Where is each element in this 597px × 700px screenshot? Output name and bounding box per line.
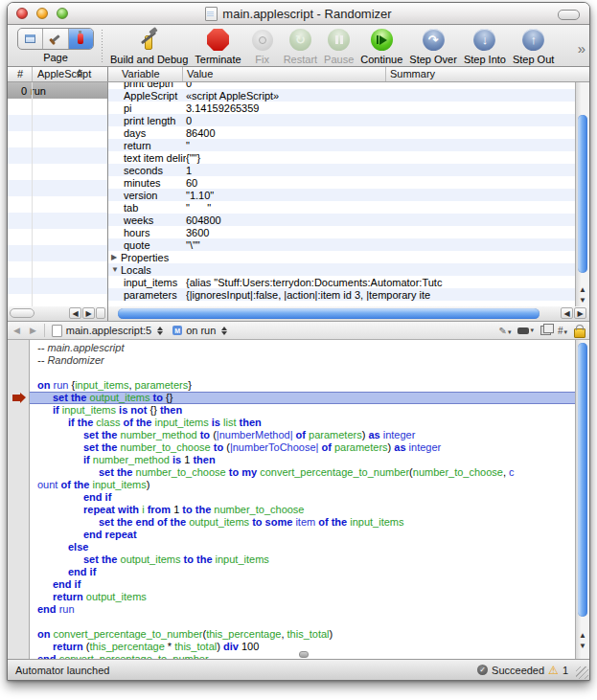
code-line[interactable]: if input_items is not {} then [30,404,575,417]
scrollbar-thumb[interactable] [118,308,540,319]
code-line[interactable]: -- Randomizer [30,354,575,367]
scroll-down-arrow[interactable]: ▼ [579,295,586,305]
scroll-up-arrow[interactable]: ▲ [579,284,586,295]
column-header-stack[interactable]: AppleScript [37,68,91,79]
toolbar-button-step-over[interactable]: ↷Step Over [409,28,457,65]
execution-pointer-icon[interactable] [12,395,20,401]
variable-row[interactable]: AppleScript«script AppleScript» [108,89,575,102]
minimize-button[interactable] [36,8,48,19]
code-line[interactable]: end if [30,491,575,504]
code-line[interactable]: end if [30,566,575,578]
toolbar-overflow-chevron[interactable]: » [578,40,586,56]
variable-row[interactable]: minutes60 [108,176,575,189]
variable-row[interactable]: quote"\"" [108,238,575,251]
disclosure-expanded-icon[interactable]: ▼ [111,265,119,274]
scrollbar-thumb[interactable] [578,343,587,617]
warning-count[interactable]: 1 [563,665,568,676]
split-handle[interactable] [299,651,309,658]
variable-row[interactable]: ▶Properties [108,251,575,263]
scroll-right-arrow[interactable]: ▶ [574,307,586,319]
counterpart-button[interactable] [540,326,551,335]
code-line[interactable]: -- main.applescript [30,342,575,354]
close-button[interactable] [16,8,28,19]
code-line[interactable]: ount of the input_items) [30,479,575,491]
zoom-button[interactable] [57,8,68,19]
code-line[interactable] [30,367,575,379]
variable-row[interactable]: pi3.14159265359 [108,102,575,114]
variable-row[interactable]: tab" " [108,201,575,214]
edit-menu-button[interactable]: ✎▾ [499,326,512,336]
scroll-left-arrow[interactable]: ◀ [561,307,573,319]
toolbar-button-terminate[interactable]: Terminate [195,28,241,65]
code-line[interactable]: end repeat [30,529,575,541]
file-popup[interactable]: main.applescript:5 [49,325,166,337]
code-line[interactable]: if the class of the input_items is list … [30,417,575,429]
segment-build[interactable] [43,29,68,49]
column-header-num[interactable]: # [17,68,23,79]
code-line[interactable]: else [30,541,575,553]
build-result-label[interactable]: Succeeded [492,665,544,676]
bookmark-menu-button[interactable]: ▾ [517,327,534,334]
code-editor[interactable]: -- main.applescript-- Randomizeron run {… [8,340,589,659]
variable-row[interactable]: return" [108,139,575,151]
warning-icon[interactable]: ⚠ [548,664,559,677]
variable-row[interactable]: text item delimi{""} [108,151,575,164]
variable-row[interactable]: ▼Locals [108,263,575,276]
scrollbar-thumb[interactable] [10,308,34,318]
scroll-down-arrow[interactable]: ▼ [579,641,586,651]
code-line[interactable]: set the end of the output_items to some … [30,516,575,529]
title-bar[interactable]: main.applescript - Randomizer [8,3,589,25]
stack-row[interactable]: 0run [8,82,107,99]
editor-vertical-scrollbar[interactable]: ▲ ▼ [575,340,589,659]
column-header-summary[interactable]: Summary [390,68,435,79]
build-succeeded-icon[interactable]: ✓ [477,665,488,675]
code-line[interactable]: if number_method is 1 then [30,454,575,466]
history-back-icon[interactable]: ◀ [13,326,24,335]
code-line[interactable]: return output_items [30,591,575,603]
toolbar-toggle-button[interactable] [558,10,580,20]
code-line[interactable]: set the number_to_choose to my convert_p… [30,466,575,479]
variable-row[interactable]: weeks604800 [108,214,575,226]
code-line[interactable]: set the output_items to the input_items [30,553,575,566]
sort-indicator-icon[interactable] [77,69,82,78]
toolbar-button-step-out[interactable]: ↑Step Out [513,28,554,65]
variable-row[interactable]: version"1.10" [108,189,575,201]
issues-menu-button[interactable]: #▾ [558,326,567,336]
variable-row[interactable]: print depth0 [108,82,575,89]
code-line[interactable]: repeat with i from 1 to the number_to_ch… [30,504,575,516]
code-line[interactable]: end run [30,603,575,616]
variable-row[interactable]: parameters{|ignoresInput|:false, |action… [108,288,575,301]
variable-row[interactable]: hours3600 [108,226,575,238]
history-forward-icon[interactable]: ▶ [30,326,40,335]
resize-grip[interactable] [576,666,588,679]
variable-row[interactable]: print length0 [108,114,575,126]
code-line[interactable]: on run {input_items, parameters} [30,379,575,392]
scroll-left-arrow[interactable]: ◀ [69,307,81,319]
lock-icon[interactable] [574,328,586,338]
pane-splitter-button[interactable] [96,307,105,319]
scrollbar-thumb[interactable] [578,115,587,273]
segment-editor[interactable] [18,29,43,49]
toolbar-button-step-into[interactable]: ↓Step Into [464,28,506,65]
scope-popup[interactable]: M on run [170,325,230,336]
scroll-right-arrow[interactable]: ▶ [82,307,95,319]
column-header-variable[interactable]: Variable [122,68,160,79]
code-line[interactable]: set the number_method to (|numberMethod|… [30,429,575,441]
variables-vertical-scrollbar[interactable]: ▲ ▼ [575,82,589,306]
current-execution-line[interactable]: set the output_items to {} [30,392,575,404]
segment-debug[interactable] [69,29,93,49]
code-line[interactable]: end if [30,578,575,591]
variable-row[interactable]: days86400 [108,126,575,139]
toolbar-button-continue[interactable]: Continue [360,28,402,65]
code-line[interactable] [30,616,575,628]
code-line[interactable]: set the number_to_choose to (|numberToCh… [30,441,575,454]
stack-horizontal-scrollbar[interactable]: ◀ ▶ [8,306,108,321]
variables-horizontal-scrollbar[interactable]: ◀ ▶ [108,306,589,321]
variable-row[interactable]: seconds1 [108,164,575,176]
variable-row[interactable]: input_items{alias "Stuff:Users:terrydon:… [108,276,575,288]
toolbar-button-build-and-debug[interactable]: Build and Debug [110,28,188,65]
code-line[interactable]: on convert_percentage_to_number(this_per… [30,628,575,641]
scroll-up-arrow[interactable]: ▲ [579,630,586,641]
column-header-value[interactable]: Value [187,68,213,79]
editor-gutter[interactable] [8,340,30,659]
